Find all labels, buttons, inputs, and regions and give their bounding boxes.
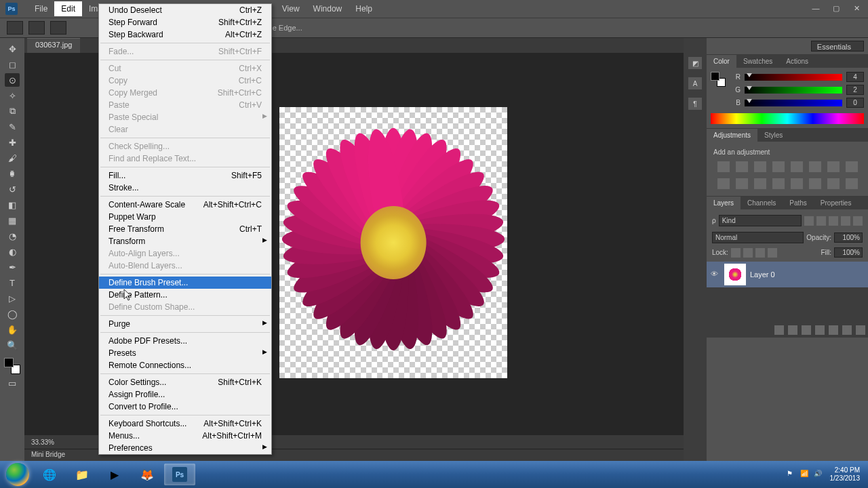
minimize-button[interactable]: — [810,4,822,14]
lock-position-icon[interactable] [755,248,765,258]
menu-item[interactable]: Step ForwardShift+Ctrl+Z [99,16,271,28]
adjustment-icon[interactable] [772,161,785,172]
tab-swatches[interactable]: Swatches [736,55,779,68]
tab-adjustments[interactable]: Adjustments [707,129,757,142]
filter-type-icon[interactable] [829,216,838,226]
adjustment-icon[interactable] [754,178,766,189]
workspace-selector[interactable]: Essentials [811,41,864,52]
menu-item[interactable]: Content-Aware ScaleAlt+Shift+Ctrl+C [99,199,271,211]
menu-item[interactable]: Free TransformCtrl+T [99,223,271,235]
close-button[interactable]: ✕ [850,4,863,14]
shape-tool-icon[interactable]: ◯ [5,307,20,321]
tab-channels[interactable]: Channels [741,197,783,209]
menu-item[interactable]: Menus...Alt+Shift+Ctrl+M [99,430,271,442]
filter-adjust-icon[interactable] [816,216,826,226]
lasso-tool-icon[interactable]: ⊙ [5,73,20,87]
tab-properties[interactable]: Properties [814,197,859,209]
menubar-edit[interactable]: Edit [54,1,82,16]
filter-pixel-icon[interactable] [804,216,814,226]
history-brush-tool-icon[interactable]: ↺ [5,182,20,196]
adjustment-icon[interactable] [846,178,858,189]
layer-filter-kind[interactable]: Kind [719,215,802,226]
eraser-tool-icon[interactable]: ◧ [5,198,20,211]
menu-item[interactable]: Convert to Profile... [99,401,271,413]
tool-preset-icon[interactable] [7,21,23,35]
menu-item[interactable]: Assign Profile... [99,388,271,401]
adjustment-icon[interactable] [754,161,766,172]
marquee-tool-icon[interactable]: ◻ [5,58,20,71]
link-layers-icon[interactable] [774,325,784,335]
menubar-view[interactable]: View [275,1,307,16]
adjustment-icon[interactable] [809,161,821,172]
menubar-file[interactable]: File [28,1,54,16]
start-button[interactable] [3,462,33,487]
adjustment-icon[interactable] [827,161,840,172]
menu-item[interactable]: Color Settings...Shift+Ctrl+K [99,376,271,388]
lock-all-icon[interactable] [768,248,777,258]
document-tab[interactable]: 030637.jpg [27,38,80,53]
menu-item[interactable]: Preferences▶ [99,442,271,454]
canvas[interactable] [279,107,507,378]
tab-styles[interactable]: Styles [757,129,789,142]
menu-item[interactable]: Remote Connections... [99,359,271,371]
color-fgbg-swatch[interactable] [711,72,726,87]
delete-layer-icon[interactable] [856,325,865,335]
taskbar-photoshop-icon[interactable]: Ps [164,464,195,485]
menu-item[interactable]: Transform▶ [99,235,271,247]
tab-color[interactable]: Color [707,55,736,68]
hand-tool-icon[interactable]: ✋ [5,323,20,336]
new-fill-layer-icon[interactable] [815,325,825,335]
menu-item[interactable]: Adobe PDF Presets... [99,335,271,347]
tab-actions[interactable]: Actions [779,55,815,68]
adjustment-icon[interactable] [736,161,748,172]
visibility-eye-icon[interactable]: 👁 [711,270,720,279]
tray-volume-icon[interactable]: 🔊 [814,470,823,479]
layer-style-icon[interactable] [788,325,797,335]
zoom-tool-icon[interactable]: 🔍 [5,338,20,352]
adjustment-icon[interactable] [846,161,858,172]
crop-tool-icon[interactable]: ⧉ [5,104,20,118]
layer-row[interactable]: 👁 Layer 0 [707,262,868,287]
menu-item[interactable]: Step BackwardAlt+Ctrl+Z [99,28,271,41]
adjustment-icon[interactable] [717,178,730,189]
r-value[interactable]: 4 [846,72,864,82]
blur-tool-icon[interactable]: ◔ [5,229,20,243]
opacity-value[interactable]: 100% [834,232,863,243]
menu-item[interactable]: Puppet Warp [99,211,271,223]
adjustment-icon[interactable] [827,178,840,189]
gradient-tool-icon[interactable]: ▦ [5,214,20,227]
fill-value[interactable]: 100% [834,247,863,258]
adjustment-icon[interactable] [772,178,785,189]
new-layer-icon[interactable] [842,325,852,335]
history-panel-icon[interactable]: ◩ [688,57,702,69]
b-slider[interactable] [745,100,842,106]
menubar-help[interactable]: Help [349,1,379,16]
clock[interactable]: 2:40 PM 1/23/2013 [830,466,861,483]
layer-thumbnail[interactable] [724,264,746,285]
adjustment-icon[interactable] [791,161,803,172]
brush-tool-icon[interactable]: 🖌 [5,151,20,165]
spectrum-ramp[interactable] [711,113,864,124]
blend-mode-select[interactable]: Normal [712,232,804,243]
layer-name[interactable]: Layer 0 [750,270,775,279]
taskbar-ie-icon[interactable]: 🌐 [34,464,65,485]
b-value[interactable]: 0 [846,98,864,108]
eyedropper-tool-icon[interactable]: ✎ [5,120,20,134]
adjustment-icon[interactable] [736,178,748,189]
move-tool-icon[interactable]: ✥ [5,42,20,56]
pen-tool-icon[interactable]: ✒ [5,260,20,274]
foreground-background-swatch[interactable] [4,358,20,374]
menu-item[interactable]: Presets▶ [99,347,271,359]
filter-smart-icon[interactable] [853,216,863,226]
g-slider[interactable] [745,87,842,94]
maximize-button[interactable]: ▢ [830,4,842,14]
lock-transparency-icon[interactable] [731,248,741,258]
selection-mode-add-icon[interactable] [50,21,66,35]
character-panel-icon[interactable]: A [688,77,702,89]
tray-flag-icon[interactable]: ⚑ [787,470,796,479]
new-group-icon[interactable] [829,325,838,335]
healing-brush-tool-icon[interactable]: ✚ [5,136,20,149]
tray-network-icon[interactable]: 📶 [800,470,810,479]
filter-shape-icon[interactable] [841,216,850,226]
paragraph-panel-icon[interactable]: ¶ [688,98,702,110]
